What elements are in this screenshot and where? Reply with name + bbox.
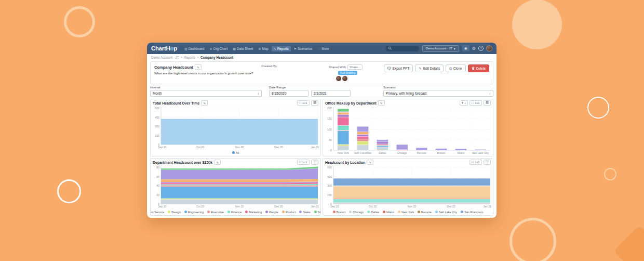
legend-item[interactable]: Boston — [333, 211, 346, 214]
decor-square-bottomright — [614, 226, 644, 261]
sort-text-icon: T — [462, 101, 464, 105]
edit-chart-button[interactable]: ✎ — [367, 160, 373, 165]
share-button[interactable]: Share... — [347, 64, 363, 70]
nav-item-more[interactable]: ⋯More — [315, 46, 331, 51]
svg-text:300: 300 — [155, 125, 159, 128]
edit-details-button[interactable]: ✎ Edit Details — [415, 64, 444, 72]
legend-item[interactable]: New York — [398, 211, 414, 214]
updown-icon: ↕ — [489, 92, 491, 95]
legend-item[interactable]: Finance — [227, 211, 242, 214]
legend-item[interactable]: Engineering — [184, 211, 204, 214]
legend-label: All — [236, 151, 239, 154]
svg-text:20: 20 — [156, 193, 159, 197]
breadcrumb-current: Company Headcount — [200, 56, 233, 59]
legend-item[interactable]: All — [232, 151, 239, 154]
data-sheet-icon: ▦ — [233, 47, 236, 50]
nav-item-scenarios[interactable]: ⚑Scenarios — [292, 46, 314, 51]
svg-text:Jan 21: Jan 21 — [311, 205, 319, 208]
edit-chart-button[interactable]: ✎ — [378, 100, 385, 106]
dashboard-icon: ▥ — [184, 47, 187, 50]
edit-title-button[interactable]: ✎ — [195, 64, 202, 70]
menu-icon: ☰ — [313, 101, 316, 105]
svg-text:Oct 20: Oct 20 — [196, 146, 204, 149]
legend-item[interactable]: Chicago — [349, 211, 364, 214]
nav-item-map[interactable]: ⊕Map — [256, 46, 270, 51]
legend-item[interactable]: Design — [168, 211, 181, 214]
scenario-select[interactable]: Primary, with hiring forecast ↕ — [383, 90, 493, 97]
svg-text:Dec 20: Dec 20 — [274, 146, 283, 149]
grid-size-button[interactable]: ∷1x1 — [297, 100, 310, 106]
legend-item[interactable]: Strategy — [314, 211, 321, 214]
legend-item[interactable]: Client Service — [150, 211, 164, 214]
top-navbar: ChartHøp ▥Dashboard⋔Org Chart▦Data Sheet… — [147, 43, 497, 54]
reports-icon: ∿ — [274, 47, 276, 50]
legend-dot — [299, 211, 302, 213]
legend-item[interactable]: Miami — [383, 211, 394, 214]
chart-plot[interactable]: 806040200Sep 20Oct 20Nov 20Dec 20Jan 21 — [151, 165, 320, 209]
date-start-input[interactable] — [269, 90, 308, 97]
legend-label: Client Service — [150, 211, 164, 214]
legend-dot — [184, 211, 187, 213]
chart-menu-button[interactable]: ☰ — [311, 100, 318, 106]
legend-item[interactable]: Executive — [207, 211, 224, 214]
legend-label: Sales — [303, 211, 310, 214]
decor-circle-outline-topleft — [64, 6, 95, 37]
svg-text:60: 60 — [156, 175, 159, 178]
svg-text:Nov 20: Nov 20 — [235, 205, 244, 208]
svg-text:450: 450 — [155, 116, 159, 119]
shared-avatar[interactable] — [342, 76, 347, 81]
legend-item[interactable]: Product — [282, 211, 296, 214]
grid-size-button[interactable]: ∷1x1 — [297, 160, 310, 165]
legend-label: Executive — [211, 211, 224, 214]
user-avatar[interactable] — [486, 45, 492, 51]
grid-icon: ∷ — [299, 161, 301, 164]
legend-item[interactable]: Dallas — [367, 211, 379, 214]
chart-menu-button[interactable]: ☰ — [311, 160, 318, 165]
legend-item[interactable]: Remote — [418, 211, 432, 214]
date-end-input[interactable] — [311, 90, 351, 97]
nav-item-dashboard[interactable]: ▥Dashboard — [182, 46, 206, 51]
chart-menu-button[interactable]: ☰ — [484, 160, 491, 165]
interval-select[interactable]: Month ↕ — [150, 90, 262, 97]
nav-item-label: Dashboard — [189, 47, 205, 50]
settings-button[interactable]: ⚙ — [472, 46, 476, 51]
svg-text:Dec 20: Dec 20 — [274, 205, 283, 208]
legend-item[interactable]: People — [265, 211, 278, 214]
nav-item-org-chart[interactable]: ⋔Org Chart — [208, 46, 230, 51]
legend-item[interactable]: Salt Lake City — [435, 211, 457, 214]
edit-chart-button[interactable]: ✎ — [214, 160, 221, 165]
chart-menu-button[interactable]: ☰ — [484, 100, 491, 106]
nav-item-label: Reports — [277, 47, 289, 50]
legend-item[interactable]: Sales — [299, 211, 310, 214]
legend-dot — [435, 211, 438, 213]
breadcrumb-reports[interactable]: Reports — [184, 56, 195, 59]
account-dropdown[interactable]: Demo Account - JT ▾ — [422, 45, 459, 52]
legend-item[interactable]: Marketing — [245, 211, 262, 214]
grid-size-button[interactable]: ∷1x1 — [469, 100, 482, 106]
charthop-logo[interactable]: ChartHøp — [151, 43, 177, 54]
svg-text:150: 150 — [327, 117, 332, 120]
svg-text:100: 100 — [327, 128, 332, 131]
grid-size-button[interactable]: ∷1x1 — [469, 160, 482, 165]
chart-plot[interactable]: 6004503001500Sep 20Oct 20Nov 20Dec 20Jan… — [323, 165, 493, 209]
search-input[interactable] — [386, 46, 419, 51]
nav-item-data-sheet[interactable]: ▦Data Sheet — [231, 46, 255, 51]
legend-label: San Francisco — [464, 211, 483, 214]
export-ppt-button[interactable]: Export PPT — [384, 64, 413, 72]
breadcrumb-account[interactable]: Demo Account - JT — [151, 56, 179, 59]
edit-chart-button[interactable]: ✎ — [201, 100, 208, 106]
grid-icon: ∷ — [472, 101, 474, 105]
view-mode-button[interactable]: ◉ — [462, 45, 469, 51]
nav-item-reports[interactable]: ∿Reports — [272, 46, 291, 51]
svg-text:New York: New York — [338, 151, 349, 154]
chart-plot[interactable]: 200150100500New YorkSan FranciscoDallasC… — [323, 106, 493, 155]
delete-button[interactable]: Delete — [468, 64, 489, 72]
chart-plot[interactable]: 6004503001500Sep 20Oct 20Nov 20Dec 20Jan… — [151, 106, 320, 150]
sort-button[interactable]: T▾ — [460, 100, 468, 106]
shared-avatar[interactable] — [336, 76, 341, 81]
svg-text:Jan 21: Jan 21 — [311, 146, 319, 149]
legend-item[interactable]: San Francisco — [461, 211, 483, 214]
help-button[interactable]: ? — [478, 46, 484, 51]
grid-size-label: 1x1 — [302, 161, 307, 164]
clone-button[interactable]: ⧉ Clone — [446, 64, 465, 72]
